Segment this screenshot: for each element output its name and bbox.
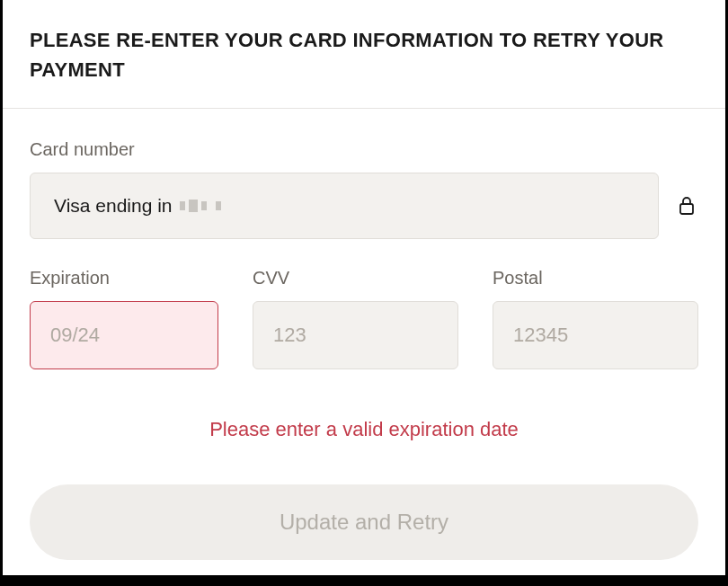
cvv-label: CVV <box>253 268 458 289</box>
cvv-input[interactable] <box>253 301 458 369</box>
payment-form: Card number Visa ending in Expi <box>3 109 725 560</box>
modal-title: PLEASE RE-ENTER YOUR CARD INFORMATION TO… <box>30 25 698 84</box>
payment-retry-modal: PLEASE RE-ENTER YOUR CARD INFORMATION TO… <box>3 0 725 575</box>
card-number-masked <box>180 200 221 212</box>
card-number-label: Card number <box>30 139 698 160</box>
expiration-input[interactable] <box>30 301 218 369</box>
lock-icon <box>675 195 698 217</box>
postal-field: Postal <box>493 268 698 369</box>
card-number-display: Visa ending in <box>30 173 659 239</box>
card-number-row: Visa ending in <box>30 173 698 239</box>
card-details-row: Expiration CVV Postal <box>30 268 698 369</box>
postal-label: Postal <box>493 268 698 289</box>
update-retry-button[interactable]: Update and Retry <box>30 484 698 560</box>
postal-input[interactable] <box>493 301 698 369</box>
modal-header: PLEASE RE-ENTER YOUR CARD INFORMATION TO… <box>3 0 725 109</box>
expiration-label: Expiration <box>30 268 218 289</box>
validation-error-message: Please enter a valid expiration date <box>30 418 698 441</box>
svg-rect-0 <box>680 204 693 214</box>
card-number-prefix: Visa ending in <box>54 195 173 217</box>
expiration-field: Expiration <box>30 268 218 369</box>
cvv-field: CVV <box>253 268 458 369</box>
